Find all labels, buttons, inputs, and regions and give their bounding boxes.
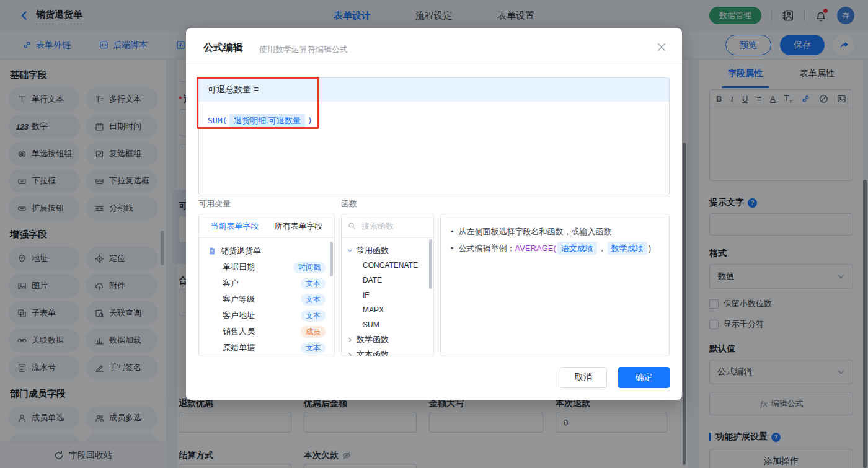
- function-group-text[interactable]: 文本函数: [347, 347, 430, 356]
- type-badge: 文本: [301, 278, 326, 289]
- variable-row[interactable]: 客户文本: [208, 275, 328, 291]
- function-search: [342, 214, 433, 238]
- function-list: 常用函数 CONCATENATE DATE IF MAPX SUM 数学函数 文…: [342, 238, 433, 356]
- close-icon[interactable]: [657, 43, 666, 51]
- tab-current-form-fields[interactable]: 当前表单字段: [211, 221, 259, 232]
- function-item-concatenate[interactable]: CONCATENATE: [347, 258, 430, 273]
- type-badge: 成员: [301, 326, 326, 338]
- variables-panel: 当前表单字段 所有表单字段 销货退货单 单据日期时间戳 客户文本 客户等级文本 …: [198, 214, 335, 356]
- type-badge: 文本: [301, 310, 326, 322]
- variable-row[interactable]: 销售人员成员: [208, 324, 328, 340]
- variables-tree: 销货退货单 单据日期时间戳 客户文本 客户等级文本 客户地址文本 销售人员成员 …: [199, 238, 334, 356]
- function-item-sum[interactable]: SUM: [347, 317, 430, 332]
- formula-edit-modal: 公式编辑 使用数学运算符编辑公式 可退总数量 = SUM(退货明细.可退数量) …: [186, 28, 682, 400]
- confirm-button[interactable]: 确定: [618, 367, 670, 388]
- chevron-down-icon: [347, 247, 353, 254]
- variable-row[interactable]: 原始单据文本: [208, 340, 328, 356]
- function-group-common[interactable]: 常用函数: [347, 243, 430, 258]
- modal-subtitle: 使用数学运算符编辑公式: [259, 44, 348, 55]
- tree-root-form[interactable]: 销货退货单: [208, 243, 328, 259]
- functions-label: 函数: [341, 198, 357, 210]
- help-tip-2: 公式编辑举例：AVERAGE(语文成绩，数学成绩): [451, 240, 659, 257]
- help-tip-1: 从左侧面板选择字段名和函数，或输入函数: [451, 223, 659, 240]
- formula-close-paren: ): [308, 116, 312, 125]
- variable-row[interactable]: 单据日期时间戳: [208, 259, 328, 275]
- type-badge: 文本: [301, 294, 326, 306]
- tab-all-form-fields[interactable]: 所有表单字段: [275, 221, 323, 232]
- search-icon: [348, 222, 356, 230]
- cancel-button[interactable]: 取消: [560, 367, 607, 388]
- function-item-date[interactable]: DATE: [347, 273, 430, 288]
- functions-panel: 常用函数 CONCATENATE DATE IF MAPX SUM 数学函数 文…: [341, 214, 434, 356]
- function-item-if[interactable]: IF: [347, 288, 430, 302]
- example-function: AVERAGE(: [515, 244, 556, 253]
- chevron-right-icon: [347, 337, 353, 343]
- function-group-math[interactable]: 数学函数: [347, 332, 430, 347]
- functions-scrollbar[interactable]: [429, 239, 432, 289]
- variables-tabs: 当前表单字段 所有表单字段: [199, 214, 334, 238]
- app-screen: 销货退货单 表单设计 流程设定 表单设置 数据管理 存 表单外链 后端脚本: [0, 0, 868, 468]
- help-panel: 从左侧面板选择字段名和函数，或输入函数 公式编辑举例：AVERAGE(语文成绩，…: [440, 214, 670, 356]
- function-search-input[interactable]: [360, 221, 422, 231]
- example-token: 语文成绩: [557, 242, 597, 255]
- chevron-right-icon: [347, 351, 353, 357]
- formula-target-bar: 可退总数量 =: [199, 78, 669, 102]
- type-badge: 文本: [301, 342, 326, 354]
- example-token: 数学成绩: [608, 242, 647, 255]
- variable-row[interactable]: 客户等级文本: [208, 291, 328, 307]
- formula-field-token[interactable]: 退货明细.可退数量: [229, 114, 305, 128]
- variable-row[interactable]: 客户地址文本: [208, 307, 328, 324]
- variables-scrollbar[interactable]: [330, 242, 333, 276]
- modal-divider: [186, 64, 682, 64]
- formula-function: SUM(: [208, 116, 227, 125]
- type-badge: 时间戳: [293, 262, 326, 273]
- variables-label: 可用变量: [198, 198, 231, 210]
- function-item-mapx[interactable]: MAPX: [347, 302, 430, 317]
- document-icon: [208, 247, 216, 255]
- modal-title: 公式编辑: [203, 42, 243, 55]
- formula-editor[interactable]: 可退总数量 = SUM(退货明细.可退数量): [198, 77, 670, 195]
- formula-expression[interactable]: SUM(退货明细.可退数量): [199, 102, 669, 140]
